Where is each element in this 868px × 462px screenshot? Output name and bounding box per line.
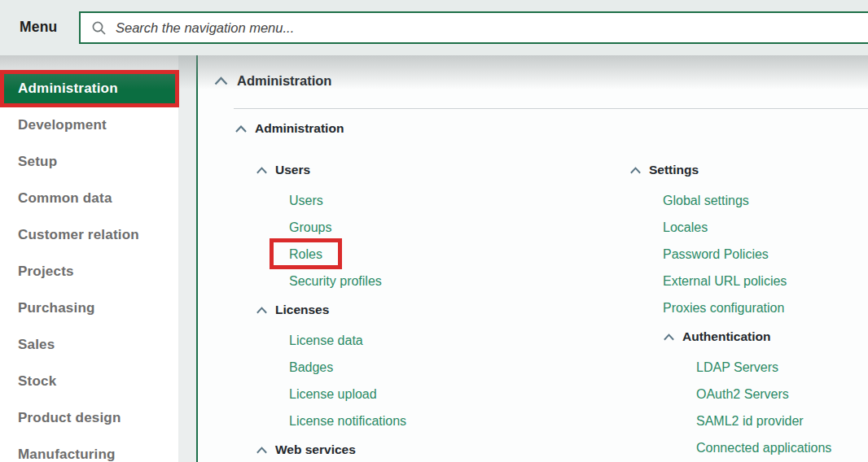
sidebar-item-stock[interactable]: Stock — [0, 363, 178, 399]
link-ldap-servers[interactable]: LDAP Servers — [696, 354, 831, 381]
link-connected-applications[interactable]: Connected applications — [696, 434, 831, 461]
link-security-profiles[interactable]: Security profiles — [289, 268, 406, 294]
tree-column-right: Settings Global settings Locales Passwor… — [629, 159, 831, 461]
chevron-up-icon[interactable] — [663, 333, 675, 342]
group-users: Users Users Groups Roles Security profil… — [256, 159, 406, 294]
sidebar-item-customer-relation[interactable]: Customer relation — [0, 216, 178, 253]
sidebar-item-purchasing[interactable]: Purchasing — [0, 290, 178, 326]
link-password-policies[interactable]: Password Policies — [663, 241, 831, 268]
sidebar-item-setup[interactable]: Setup — [0, 143, 178, 180]
sidebar-item-projects[interactable]: Projects — [0, 253, 178, 290]
link-badges[interactable]: Badges — [289, 354, 406, 381]
sidebar-item-administration[interactable]: Administration — [0, 70, 178, 107]
link-groups[interactable]: Groups — [289, 214, 406, 241]
sidebar-item-sales[interactable]: Sales — [0, 326, 178, 363]
group-title: Settings — [649, 163, 699, 177]
group-authentication: Authentication LDAP Servers OAuth2 Serve… — [663, 326, 831, 461]
link-locales[interactable]: Locales — [663, 214, 831, 241]
group-web-services: Web services — [256, 439, 406, 460]
group-licenses: Licenses License data Badges License upl… — [256, 299, 406, 434]
link-license-upload[interactable]: License upload — [289, 381, 406, 408]
sidebar-item-manufacturing[interactable]: Manufacturing — [0, 436, 178, 462]
group-header-web-services[interactable]: Web services — [256, 439, 406, 460]
sidebar-item-common-data[interactable]: Common data — [0, 180, 178, 216]
chevron-up-icon[interactable] — [256, 166, 268, 175]
chevron-up-icon[interactable] — [629, 166, 642, 175]
navigation-tree: Administration Administration Users User… — [198, 55, 868, 462]
navigation-search-box[interactable] — [79, 11, 868, 44]
link-license-notifications[interactable]: License notifications — [289, 408, 406, 434]
sidebar-menu-list: Administration Development Setup Common … — [0, 55, 178, 462]
chevron-up-icon[interactable] — [213, 76, 229, 86]
group-links: Users Groups Roles Security profiles — [289, 187, 406, 294]
group-header-licenses[interactable]: Licenses — [256, 299, 406, 320]
menu-title: Menu — [20, 19, 58, 36]
link-users[interactable]: Users — [289, 187, 406, 214]
group-title: Web services — [275, 442, 356, 457]
group-header-settings[interactable]: Settings — [629, 159, 831, 181]
chevron-up-icon[interactable] — [256, 306, 268, 315]
group-title: Authentication — [682, 329, 771, 344]
sidebar: Administration Development Setup Common … — [0, 55, 178, 462]
group-title: Users — [275, 163, 310, 177]
link-saml2-id-provider[interactable]: SAML2 id provider — [696, 408, 831, 434]
group-header-users[interactable]: Users — [256, 159, 406, 181]
link-roles[interactable]: Roles — [289, 241, 406, 268]
tree-root-label: Administration — [237, 73, 331, 89]
sidebar-content-divider — [196, 55, 198, 462]
top-bar: Menu — [0, 0, 868, 55]
chevron-up-icon[interactable] — [235, 124, 248, 133]
link-oauth2-servers[interactable]: OAuth2 Servers — [696, 381, 831, 408]
tree-section-label: Administration — [255, 121, 344, 136]
search-input[interactable] — [114, 20, 868, 37]
tree-column-left: Users Users Groups Roles Security profil… — [256, 159, 406, 462]
sidebar-item-development[interactable]: Development — [0, 107, 178, 143]
link-external-url-policies[interactable]: External URL policies — [663, 268, 831, 294]
tree-section-administration[interactable]: Administration — [235, 121, 344, 136]
link-proxies-configuration[interactable]: Proxies configuration — [663, 294, 831, 321]
group-header-authentication[interactable]: Authentication — [663, 326, 831, 347]
header-divider — [234, 108, 868, 109]
group-settings: Settings Global settings Locales Passwor… — [629, 159, 831, 461]
search-icon — [91, 20, 107, 36]
tree-root-administration[interactable]: Administration — [213, 73, 331, 89]
group-title: Licenses — [275, 303, 329, 317]
sidebar-item-product-design[interactable]: Product design — [0, 399, 178, 436]
group-links: License data Badges License upload Licen… — [289, 327, 406, 434]
group-links: LDAP Servers OAuth2 Servers SAML2 id pro… — [696, 354, 831, 461]
group-links: Global settings Locales Password Policie… — [663, 187, 831, 321]
link-license-data[interactable]: License data — [289, 327, 406, 354]
chevron-up-icon[interactable] — [256, 446, 268, 455]
link-global-settings[interactable]: Global settings — [663, 187, 831, 214]
sidebar-scrollbar[interactable] — [178, 55, 196, 462]
